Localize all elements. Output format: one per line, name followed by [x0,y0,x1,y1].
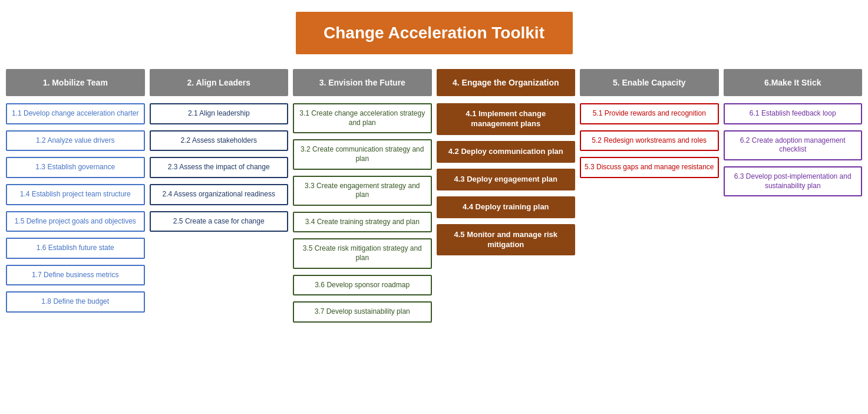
card-c3_5[interactable]: 3.5 Create risk mitigation strategy and … [293,238,432,268]
card-c4_5[interactable]: 4.5 Monitor and manage risk mitigation [437,224,576,256]
col-header-col6: 6.Make It Stick [724,69,863,96]
card-c1_2[interactable]: 1.2 Analyze value drivers [6,130,145,152]
col-header-col4: 4. Engage the Organization [437,69,576,96]
card-c6_2[interactable]: 6.2 Create adoption management checklist [724,130,863,160]
card-c3_1[interactable]: 3.1 Create change acceleration strategy … [293,103,432,133]
card-c6_1[interactable]: 6.1 Establish feedback loop [724,103,863,124]
column-col2: 2. Align Leaders2.1 Align leadership2.2 … [150,69,289,238]
page-container: Change Acceleration Toolkit 1. Mobilize … [0,0,868,334]
card-c4_2[interactable]: 4.2 Deploy communication plan [437,141,576,163]
card-c5_3[interactable]: 5.3 Discuss gaps and manage resistance [580,157,719,178]
card-c4_3[interactable]: 4.3 Deploy engagement plan [437,169,576,190]
column-col6: 6.Make It Stick6.1 Establish feedback lo… [724,69,863,202]
card-c2_4[interactable]: 2.4 Assess organizational readiness [150,184,289,205]
col-header-col1: 1. Mobilize Team [6,69,145,96]
card-c4_4[interactable]: 4.4 Deploy training plan [437,196,576,218]
card-c3_6[interactable]: 3.6 Develop sponsor roadmap [293,275,432,296]
columns-wrapper: 1. Mobilize Team1.1 Develop change accel… [6,69,862,328]
column-col4: 4. Engage the Organization4.1 Implement … [437,69,576,261]
card-c5_2[interactable]: 5.2 Redesign workstreams and roles [580,130,719,152]
card-c1_8[interactable]: 1.8 Define the budget [6,291,145,313]
card-c3_3[interactable]: 3.3 Create engagement strategy and plan [293,176,432,206]
card-c2_5[interactable]: 2.5 Create a case for change [150,211,289,232]
title-banner: Change Acceleration Toolkit [296,12,573,54]
col-header-col2: 2. Align Leaders [150,69,289,96]
card-c1_3[interactable]: 1.3 Establish governance [6,157,145,178]
card-c3_2[interactable]: 3.2 Create communication strategy and pl… [293,139,432,169]
col-header-col3: 3. Envision the Future [293,69,432,96]
column-col1: 1. Mobilize Team1.1 Develop change accel… [6,69,145,318]
card-c1_1[interactable]: 1.1 Develop change acceleration charter [6,103,145,124]
card-c4_1[interactable]: 4.1 Implement change management plans [437,103,576,135]
card-c3_4[interactable]: 3.4 Create training strategy and plan [293,212,432,233]
card-c3_7[interactable]: 3.7 Develop sustainability plan [293,301,432,323]
card-c2_2[interactable]: 2.2 Assess stakeholders [150,130,289,152]
card-c1_6[interactable]: 1.6 Establish future state [6,238,145,259]
column-col5: 5. Enable Capacity5.1 Provide rewards an… [580,69,719,184]
card-c1_5[interactable]: 1.5 Define project goals and objectives [6,211,145,232]
card-c2_3[interactable]: 2.3 Assess the impact of change [150,157,289,178]
card-c2_1[interactable]: 2.1 Align leadership [150,103,289,124]
card-c6_3[interactable]: 6.3 Develop post-implementation and sust… [724,166,863,196]
card-c5_1[interactable]: 5.1 Provide rewards and recognition [580,103,719,124]
card-c1_4[interactable]: 1.4 Establish project team structure [6,184,145,205]
card-c1_7[interactable]: 1.7 Define business metrics [6,265,145,286]
col-header-col5: 5. Enable Capacity [580,69,719,96]
column-col3: 3. Envision the Future3.1 Create change … [293,69,432,328]
